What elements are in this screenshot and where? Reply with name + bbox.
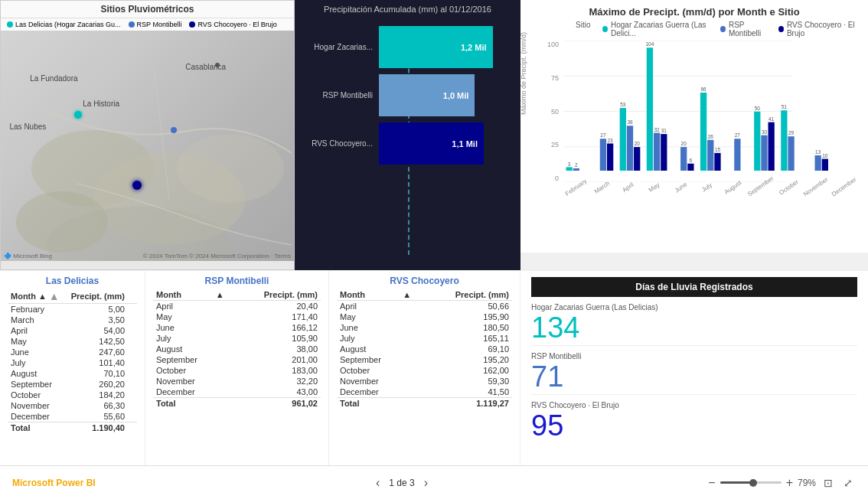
map-dot-rvs [132, 181, 142, 190]
zoom-plus[interactable]: + [786, 476, 793, 490]
month-label: December [830, 176, 857, 198]
value-cell: 105,90 [227, 333, 321, 344]
value-cell: 69,10 [414, 344, 512, 354]
fit-page-button[interactable]: ⊡ [821, 475, 836, 491]
bar-segment [761, 135, 767, 171]
table-row: August69,10 [337, 344, 512, 354]
map-dot-casablanca [215, 63, 220, 67]
bar-segment [788, 136, 794, 171]
bar-segment [607, 143, 613, 171]
legend-label-delicias: Las Delicias (Hogar Zacarias Gu... [15, 21, 121, 28]
month-cell: August [153, 344, 227, 354]
yaxis-label-50: 50 [551, 108, 559, 116]
value-cell: 66,30 [63, 400, 128, 411]
delicias-title: Las Delicias [8, 276, 137, 286]
rvs-col-month[interactable]: Month ▲ [337, 289, 414, 301]
total-value: 1.190,40 [63, 422, 128, 434]
rsp-col-month[interactable]: Month ▲ [153, 289, 227, 301]
bar-segment [768, 122, 775, 171]
delicias-scroll-up[interactable]: ▲ [49, 290, 60, 302]
table-row: July101,40 [8, 357, 137, 368]
delicias-table-panel: Las Delicias Month ▲ ▲ Precipt. (mm) [0, 271, 145, 465]
chart-legend-dot-rvs [778, 26, 784, 32]
bar-segment [781, 110, 787, 171]
table-row: April20,40 [153, 301, 321, 312]
scroll-cell [128, 400, 137, 411]
bar-value-label: 38 [627, 119, 633, 125]
accum-bar-label-2: RVS Chocoyero... [310, 139, 379, 148]
rvs-col-precipt[interactable]: Precipt. (mm) [414, 289, 512, 301]
zoom-slider-handle[interactable] [749, 479, 757, 487]
month-cell: September [153, 354, 227, 365]
month-cell: June [337, 322, 414, 333]
chart-legend-label-rvs: RVS Chocoyero · El Brujo [787, 21, 859, 38]
svg-point-3 [177, 134, 284, 203]
value-cell: 41,50 [414, 386, 512, 398]
bar-segment [707, 140, 713, 171]
bar-value-label: 29 [788, 130, 795, 135]
month-cell: October [337, 365, 414, 376]
value-cell: 247,60 [63, 347, 128, 357]
rvs-sort-icon: ▲ [403, 290, 411, 299]
map-footer-right: © 2024 TomTom © 2024 Microsoft Corporati… [143, 253, 291, 259]
nav-prev-button[interactable]: ‹ [373, 476, 383, 490]
rain-count: 95 [531, 411, 857, 440]
table-row: July105,90 [153, 333, 321, 344]
table-row: April50,66 [337, 301, 512, 312]
value-cell: 166,12 [227, 322, 321, 333]
table-row: March3,50 [8, 315, 137, 325]
zoom-slider[interactable] [720, 481, 782, 484]
map-area[interactable]: La Fundadora Casablanca La Historia Las … [1, 31, 294, 261]
scroll-cell [128, 336, 137, 347]
zoom-minus[interactable]: − [708, 476, 715, 490]
month-cell: November [337, 376, 414, 386]
month-cell: August [337, 344, 414, 354]
map-terrain-svg [1, 31, 294, 261]
bar-segment [573, 168, 579, 171]
zoom-level: 79% [798, 478, 816, 488]
value-cell: 171,40 [227, 311, 321, 322]
month-cell: July [337, 333, 414, 344]
bar-value-label: 53 [620, 102, 626, 107]
scroll-cell [128, 357, 137, 368]
legend-item-rsp: RSP Montibelli [129, 21, 182, 28]
rain-stations-container: Hogar Zacarias Guerra (Las Delicias) 134… [531, 303, 857, 440]
rain-station-name: Hogar Zacarias Guerra (Las Delicias) [531, 303, 857, 311]
scroll-cell [128, 411, 137, 422]
nav-next-button[interactable]: › [421, 476, 431, 490]
bar-value-label: 20 [681, 141, 687, 146]
accum-bars-container: Hogar Zacarias... 1,2 Mil RSP Montibelli… [295, 18, 520, 180]
chart-legend-dot-rsp [720, 26, 726, 32]
bar-segment [620, 108, 626, 171]
powerbi-link[interactable]: Microsoft Power BI [12, 478, 96, 488]
bar-segment [627, 126, 633, 171]
rain-count: 71 [531, 362, 857, 391]
value-cell: 5,00 [63, 304, 128, 315]
legend-dot-rvs [189, 21, 195, 28]
rvs-tbody: April50,66May195,90June180,50July165,11A… [337, 301, 512, 409]
table-row: October184,20 [8, 390, 137, 400]
month-cell: April [8, 325, 63, 336]
total-row: Total961,02 [153, 398, 321, 409]
accum-bar-2: 1,1 Mil [379, 122, 484, 165]
value-cell: 165,11 [414, 333, 512, 344]
fullscreen-button[interactable]: ⤢ [840, 475, 856, 491]
scroll-cell [128, 379, 137, 390]
yaxis-label-75: 75 [551, 74, 559, 82]
delicias-col-month[interactable]: Month ▲ ▲ [8, 289, 63, 304]
chart-legend-rvs: RVS Chocoyero · El Brujo [778, 21, 859, 38]
chart-legend-sitio-label: Sitio [576, 21, 590, 38]
scroll-cell [128, 325, 137, 336]
accum-bar-container-2: 1,1 Mil [379, 122, 505, 165]
delicias-col-precipt[interactable]: Precipt. (mm) [63, 289, 128, 304]
delicias-tbody: February5,00March3,50April54,00May142,50… [8, 304, 137, 434]
month-cell: October [153, 365, 227, 376]
rsp-sort-icon: ▲ [216, 290, 224, 299]
table-row: September260,20 [8, 379, 137, 390]
table-row: November32,20 [153, 376, 321, 386]
rsp-col-precipt[interactable]: Precipt. (mm) [227, 289, 321, 301]
accum-bar-value-1: 1,0 Mil [443, 91, 469, 100]
bar-segment [600, 139, 606, 171]
value-cell: 50,66 [414, 301, 512, 312]
table-row: December55,60 [8, 411, 137, 422]
